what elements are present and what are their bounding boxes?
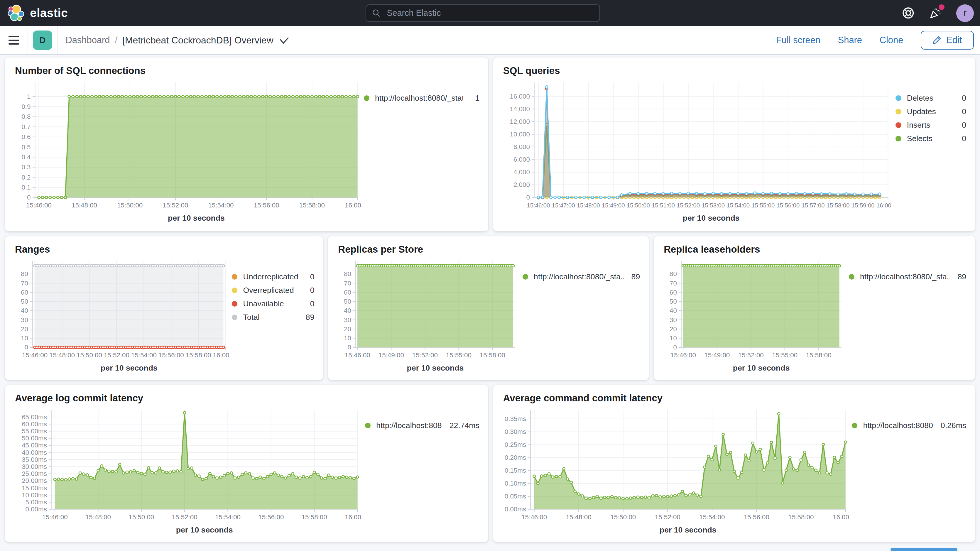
legend-value: 0.26ms — [941, 421, 966, 430]
svg-text:0.8: 0.8 — [21, 113, 30, 120]
panel-title: Number of SQL connections — [15, 65, 479, 76]
svg-text:20.00ms: 20.00ms — [22, 477, 47, 484]
legend-value: 0 — [958, 94, 966, 103]
legend-item[interactable]: Unavailable0 — [232, 299, 314, 308]
elastic-home-link[interactable]: elastic — [0, 5, 68, 22]
full-screen-button[interactable]: Full screen — [776, 35, 820, 46]
legend-item[interactable]: Total89 — [232, 313, 314, 322]
svg-text:0.00ms: 0.00ms — [25, 505, 47, 513]
svg-text:60.00ms: 60.00ms — [22, 420, 47, 428]
svg-text:0.15ms: 0.15ms — [505, 467, 526, 474]
svg-text:70: 70 — [670, 280, 677, 287]
svg-text:15:46:00: 15:46:00 — [527, 202, 550, 209]
svg-text:0: 0 — [527, 194, 530, 201]
chart-canvas-sql-connections[interactable]: 10.90.80.70.60.50.40.30.20.1015:46:0015:… — [14, 78, 361, 229]
svg-text:15:54:00: 15:54:00 — [700, 513, 725, 521]
svg-text:10.00ms: 10.00ms — [22, 491, 47, 499]
newsfeed-button[interactable] — [929, 6, 942, 20]
svg-text:15:58:00: 15:58:00 — [185, 352, 211, 359]
legend-dot — [896, 136, 901, 142]
svg-text:per 10 seconds: per 10 seconds — [733, 363, 790, 372]
svg-text:15:50:00: 15:50:00 — [76, 352, 102, 359]
svg-text:10: 10 — [344, 334, 351, 342]
svg-text:0.7: 0.7 — [21, 123, 30, 131]
svg-text:15:54:00: 15:54:00 — [727, 202, 750, 209]
horizontal-scrollbar-thumb[interactable] — [891, 548, 958, 551]
legend-value: 0 — [306, 299, 315, 308]
legend: Underreplicated0Overreplicated0Unavailab… — [232, 256, 314, 379]
help-button[interactable] — [901, 6, 915, 20]
legend-label: http://localhost:8080/_sta... — [534, 272, 624, 281]
svg-text:15:46:00: 15:46:00 — [345, 352, 370, 359]
dashboard-app-badge[interactable]: D — [33, 30, 52, 50]
legend-item[interactable]: Selects0 — [896, 134, 966, 143]
svg-text:40: 40 — [21, 307, 28, 314]
chart-canvas-sql-queries[interactable]: 16,00014,00012,00010,0008,0006,0004,0002… — [502, 78, 892, 229]
legend-item[interactable]: Inserts0 — [896, 121, 966, 130]
legend-item[interactable]: Underreplicated0 — [232, 272, 314, 281]
svg-text:0.6: 0.6 — [21, 133, 30, 140]
svg-text:30: 30 — [344, 316, 351, 323]
svg-text:per 10 seconds: per 10 seconds — [683, 213, 740, 222]
breadcrumb: Dashboard / [Metricbeat CockroachDB] Ove… — [65, 35, 289, 46]
legend-value: 89 — [306, 313, 315, 322]
legend-item[interactable]: http://localhost:8080/_stat...1 — [364, 94, 479, 103]
legend-item[interactable]: http://localhost:8080/_sta...89 — [849, 272, 966, 281]
share-button[interactable]: Share — [838, 35, 862, 46]
svg-text:15:54:00: 15:54:00 — [215, 513, 240, 521]
legend: Deletes0Updates0Inserts0Selects0 — [896, 78, 966, 229]
legend-value: 0 — [958, 121, 966, 130]
svg-text:15:46:00: 15:46:00 — [42, 513, 67, 521]
svg-text:0.3: 0.3 — [21, 163, 30, 171]
svg-text:20: 20 — [21, 325, 28, 333]
clone-button[interactable]: Clone — [880, 35, 904, 46]
chart-canvas-log-latency[interactable]: 65.00ms60.00ms55.00ms50.00ms45.00ms40.00… — [14, 405, 361, 540]
svg-text:80: 80 — [670, 270, 677, 277]
user-avatar[interactable]: r — [956, 5, 974, 22]
chart-canvas-command-latency[interactable]: 0.35ms0.30ms0.25ms0.20ms0.15ms0.10ms0.05… — [502, 405, 849, 540]
legend-item[interactable]: Updates0 — [896, 107, 966, 116]
svg-text:16:00:00: 16:00:00 — [345, 513, 361, 521]
svg-text:0.05ms: 0.05ms — [505, 493, 526, 500]
legend-dot — [232, 274, 237, 280]
legend-label: Deletes — [907, 94, 950, 103]
svg-text:15:46:00: 15:46:00 — [522, 513, 547, 521]
search-input[interactable] — [385, 8, 593, 19]
edit-button[interactable]: Edit — [921, 31, 974, 49]
legend-dot — [232, 288, 237, 293]
svg-text:30: 30 — [670, 316, 677, 323]
svg-text:15:58:00: 15:58:00 — [302, 513, 327, 521]
legend-item[interactable]: http://localhost:808...22.74ms — [365, 421, 479, 430]
global-search[interactable] — [366, 5, 600, 22]
svg-text:50: 50 — [670, 298, 677, 305]
svg-text:55.00ms: 55.00ms — [22, 427, 47, 435]
help-icon — [902, 7, 915, 19]
svg-text:15:49:00: 15:49:00 — [602, 202, 625, 209]
svg-text:0.1: 0.1 — [21, 184, 30, 191]
chart-canvas-replicas[interactable]: 8070605040302010015:46:0015:49:0015:52:0… — [337, 256, 519, 379]
svg-text:15:58:00: 15:58:00 — [827, 202, 850, 209]
legend-item[interactable]: Overreplicated0 — [232, 286, 314, 295]
chart-canvas-leaseholders[interactable]: 8070605040302010015:46:0015:49:0015:52:0… — [662, 256, 845, 379]
legend-item[interactable]: Deletes0 — [896, 94, 966, 103]
legend-dot — [852, 423, 858, 428]
legend-item[interactable]: http://localhost:8080...0.26ms — [852, 421, 966, 430]
search-icon — [372, 9, 380, 18]
legend-dot — [232, 315, 237, 320]
menu-button[interactable] — [0, 26, 28, 54]
svg-text:15:48:00: 15:48:00 — [49, 352, 75, 359]
svg-text:12,000: 12,000 — [510, 118, 530, 125]
chart-canvas-ranges[interactable]: 8070605040302010015:46:0015:48:0015:50:0… — [14, 256, 229, 379]
svg-text:15:48:00: 15:48:00 — [577, 202, 600, 209]
svg-text:15:52:00: 15:52:00 — [655, 513, 681, 521]
svg-text:15:56:00: 15:56:00 — [777, 202, 800, 209]
title-menu-icon[interactable] — [280, 37, 289, 44]
legend: http://localhost:8080...0.26ms — [852, 405, 966, 540]
legend-dot — [896, 96, 901, 101]
svg-text:0: 0 — [348, 344, 351, 351]
breadcrumb-dashboard-link[interactable]: Dashboard — [65, 35, 110, 46]
panel-title: Replicas per Store — [338, 244, 640, 255]
svg-text:15:47:00: 15:47:00 — [552, 202, 575, 209]
legend-item[interactable]: http://localhost:8080/_sta...89 — [523, 272, 640, 281]
svg-text:0.4: 0.4 — [21, 153, 30, 161]
